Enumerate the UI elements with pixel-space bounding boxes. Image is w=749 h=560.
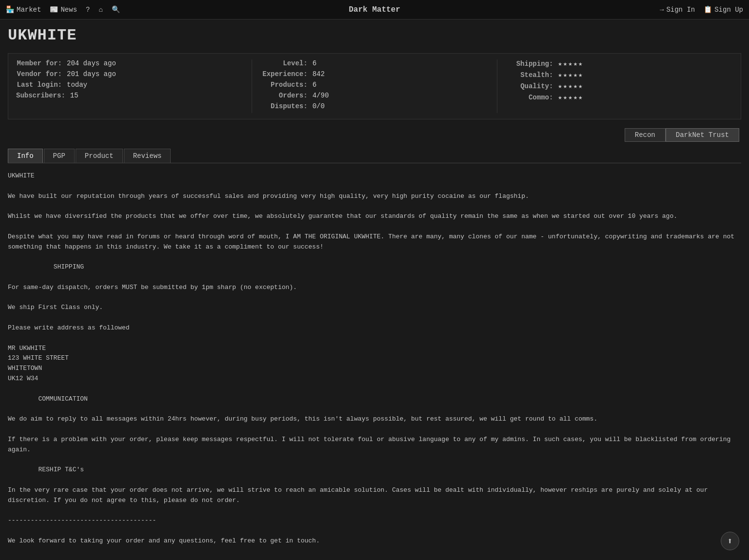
nav-market[interactable]: 🏪 Market xyxy=(6,5,41,14)
disputes-label: Disputes: xyxy=(262,102,311,110)
products-row: Products: 6 xyxy=(262,81,488,89)
disputes-row: Disputes: 0/0 xyxy=(262,102,488,110)
quality-label: Quality: xyxy=(507,82,556,90)
stealth-stars: ★★★★★ xyxy=(558,71,583,79)
nav-right: → Sign In 📋 Sign Up xyxy=(660,5,743,14)
vendor-for-value: 201 days ago xyxy=(67,70,116,78)
experience-row: Experience: 842 xyxy=(262,70,488,78)
nav-signup[interactable]: 📋 Sign Up xyxy=(704,5,743,14)
member-for-row: Member for: 204 days ago xyxy=(16,59,242,67)
stealth-label: Stealth: xyxy=(507,71,556,79)
member-for-value: 204 days ago xyxy=(67,59,116,67)
quality-stars: ★★★★★ xyxy=(558,82,583,90)
signin-icon: → xyxy=(660,6,664,14)
disputes-value: 0/0 xyxy=(313,102,325,110)
quality-row: Quality: ★★★★★ xyxy=(507,82,733,90)
nav-home[interactable]: ⌂ xyxy=(99,6,102,14)
separator-1 xyxy=(252,59,252,113)
nav-news[interactable]: 📰 News xyxy=(50,5,77,14)
commo-row: Commo: ★★★★★ xyxy=(507,93,733,101)
products-label: Products: xyxy=(262,81,311,89)
commo-stars: ★★★★★ xyxy=(558,93,583,101)
news-icon: 📰 xyxy=(50,5,58,14)
vendor-col-3: Shipping: ★★★★★ Stealth: ★★★★★ Quality: … xyxy=(507,59,733,113)
vendor-col-2: Level: 6 Experience: 842 Products: 6 Ord… xyxy=(262,59,488,113)
orders-row: Orders: 4/90 xyxy=(262,92,488,99)
nav-help[interactable]: ? xyxy=(86,6,90,14)
stealth-row: Stealth: ★★★★★ xyxy=(507,71,733,79)
vendor-title: UKWHITE xyxy=(8,26,741,44)
nav-signin-label: Sign In xyxy=(666,6,695,14)
navbar: 🏪 Market 📰 News ? ⌂ 🔍 Dark Matter → Sign… xyxy=(0,0,749,19)
shipping-stars: ★★★★★ xyxy=(558,59,583,68)
tab-info[interactable]: Info xyxy=(8,149,43,163)
nav-search[interactable]: 🔍 xyxy=(112,5,120,14)
tabs: Info PGP Product Reviews xyxy=(8,149,741,163)
nav-signin[interactable]: → Sign In xyxy=(660,6,695,14)
last-login-value: today xyxy=(67,81,87,89)
tab-reviews[interactable]: Reviews xyxy=(124,149,171,163)
experience-value: 842 xyxy=(313,70,325,78)
separator-2 xyxy=(497,59,497,113)
tab-product[interactable]: Product xyxy=(76,149,123,163)
action-buttons: Recon DarkNet Trust xyxy=(8,128,741,142)
level-value: 6 xyxy=(313,59,316,67)
vendor-for-label: Vendor for: xyxy=(16,70,65,78)
orders-label: Orders: xyxy=(262,92,311,99)
nav-signup-label: Sign Up xyxy=(714,6,743,14)
experience-label: Experience: xyxy=(262,70,311,78)
tab-pgp[interactable]: PGP xyxy=(44,149,75,163)
shipping-row: Shipping: ★★★★★ xyxy=(507,59,733,68)
vendor-info-grid: Member for: 204 days ago Vendor for: 201… xyxy=(8,53,741,119)
orders-value: 4/90 xyxy=(313,92,329,99)
level-label: Level: xyxy=(262,59,311,67)
vendor-col-1: Member for: 204 days ago Vendor for: 201… xyxy=(16,59,242,113)
nav-news-label: News xyxy=(60,6,77,14)
help-icon: ? xyxy=(86,6,90,14)
subscribers-row: Subscribers: 15 xyxy=(16,92,242,99)
last-login-row: Last login: today xyxy=(16,81,242,89)
darknet-trust-button[interactable]: DarkNet Trust xyxy=(666,128,739,142)
nav-left: 🏪 Market 📰 News ? ⌂ 🔍 xyxy=(6,5,120,14)
member-for-label: Member for: xyxy=(16,59,65,67)
vendor-for-row: Vendor for: 201 days ago xyxy=(16,70,242,78)
subscribers-value: 15 xyxy=(70,92,79,99)
market-icon: 🏪 xyxy=(6,5,14,14)
home-icon: ⌂ xyxy=(99,6,102,14)
site-title: Dark Matter xyxy=(349,5,400,14)
search-icon: 🔍 xyxy=(112,5,120,14)
page-content: UKWHITE Member for: 204 days ago Vendor … xyxy=(0,19,749,553)
last-login-label: Last login: xyxy=(16,81,65,89)
signup-icon: 📋 xyxy=(704,5,712,14)
subscribers-label: Subscribers: xyxy=(16,92,68,99)
info-content: UKWHITE We have built our reputation thr… xyxy=(8,171,741,546)
recon-button[interactable]: Recon xyxy=(625,128,666,142)
nav-market-label: Market xyxy=(17,6,41,14)
commo-label: Commo: xyxy=(507,94,556,101)
shipping-label: Shipping: xyxy=(507,60,556,68)
scroll-to-top-button[interactable]: ⬆ xyxy=(721,532,739,550)
level-row: Level: 6 xyxy=(262,59,488,67)
products-value: 6 xyxy=(313,81,316,89)
